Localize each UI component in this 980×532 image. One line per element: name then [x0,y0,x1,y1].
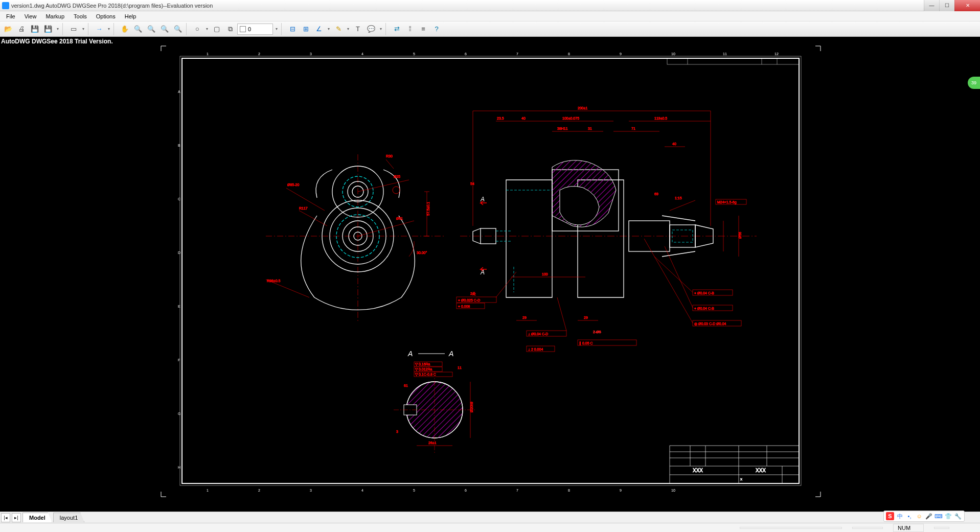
tab-nav-prev[interactable]: ▸| [12,513,21,522]
title-block: XXX XXX X [670,446,799,483]
menu-markup[interactable]: Markup [41,12,69,20]
dim-linear-icon[interactable]: ⊟ [286,23,299,35]
ime-tools-icon[interactable]: 🔧 [954,512,962,520]
save-icon[interactable]: 💾 [29,23,41,35]
comment-dropdown[interactable]: ▾ [378,27,383,31]
svg-line-110 [670,200,695,211]
svg-text:8: 8 [568,52,570,56]
svg-text:71: 71 [631,127,635,130]
layers-icon[interactable]: ≡ [417,23,429,35]
ime-keyboard-icon[interactable]: ⌨ [935,512,943,520]
svg-text:26±1: 26±1 [428,441,437,445]
app-icon [2,2,9,9]
ime-emoji-icon[interactable]: ☺ [915,512,923,520]
tab-nav-first[interactable]: |◂ [1,513,10,522]
svg-text:⌖ Ø0.04 C-B: ⌖ Ø0.04 C-B [694,307,714,310]
window-dropdown[interactable]: ▾ [81,27,86,31]
layer-dropdown[interactable]: ▾ [274,27,279,31]
tab-model[interactable]: Model [22,513,52,522]
close-button[interactable]: ✕ [954,0,980,11]
svg-text:G: G [178,412,180,415]
svg-text:5: 5 [413,489,415,492]
menu-view[interactable]: View [20,12,41,20]
arrow-dropdown[interactable]: ▾ [106,27,111,31]
rect-icon[interactable]: ▢ [211,23,223,35]
saveas-icon[interactable]: 💾 [42,23,54,35]
circle-dropdown[interactable]: ▾ [204,27,210,31]
svg-line-72 [662,251,695,257]
zoom-extents-icon[interactable]: 🔍 [158,23,171,35]
maximize-button[interactable]: ☐ [939,0,954,11]
print-icon[interactable]: 🖨 [15,23,28,35]
svg-text:◎ Ø0.03 C-D Ø0.04: ◎ Ø0.03 C-D Ø0.04 [694,322,726,326]
open-icon[interactable]: 📂 [2,23,14,35]
svg-text:▽ 0.16Ra: ▽ 0.16Ra [415,362,430,366]
tab-layout1[interactable]: layout1 [53,513,84,522]
svg-text:61: 61 [404,384,408,387]
svg-text:200±1: 200±1 [578,106,588,110]
svg-text:X: X [740,478,742,481]
menu-file[interactable]: File [2,12,19,20]
menu-options[interactable]: Options [92,12,120,20]
status-panel-2 [852,527,883,529]
drawing-canvas[interactable]: AutoDWG DWGSee 2018 Trial Version. 1 2 3… [0,37,980,512]
svg-text:40: 40 [672,142,676,146]
svg-text:6: 6 [465,489,467,492]
svg-text:R117: R117 [299,206,308,210]
svg-text:100±0.075: 100±0.075 [562,117,579,120]
zoom-window-icon[interactable]: 🔍 [172,23,184,35]
copy-icon[interactable]: ⧉ [224,23,236,35]
leader-dropdown[interactable]: ▾ [346,27,351,31]
svg-text:▽ 0.1C-0.8 C: ▽ 0.1C-0.8 C [415,373,436,376]
ime-toolbar[interactable]: S 中 •, ☺ 🎤 ⌨ 👕 🔧 [883,511,965,522]
ime-voice-icon[interactable]: 🎤 [925,512,933,520]
ime-skin-icon[interactable]: 👕 [944,512,952,520]
svg-point-48 [393,187,400,194]
menu-tools[interactable]: Tools [70,12,91,20]
text-icon[interactable]: T [352,23,364,35]
svg-text:10: 10 [671,489,675,492]
compare-icon[interactable]: ⇄ [391,23,403,35]
zoom-icon[interactable]: 🔍 [132,23,144,35]
layer-select[interactable]: 0 [237,24,273,35]
svg-text:11: 11 [458,366,462,369]
arrow-icon[interactable]: → [93,23,105,35]
dim-angle-icon[interactable]: ∠ [313,23,325,35]
svg-text:6: 6 [465,52,467,56]
svg-text:29: 29 [584,316,588,319]
svg-text:10: 10 [671,52,675,56]
menubar: File View Markup Tools Options Help [0,11,980,21]
grid-icon[interactable]: ⦙⦙ [404,23,416,35]
comment-icon[interactable]: 💬 [365,23,377,35]
svg-text:A: A [407,350,413,358]
svg-text:▽ 0.012Ra: ▽ 0.012Ra [415,367,432,371]
svg-text:9: 9 [620,52,622,56]
leader-icon[interactable]: ✎ [332,23,345,35]
svg-text:1: 1 [207,52,209,56]
circle-icon[interactable]: ○ [191,23,203,35]
ruler-left: A B C D E F G H [178,90,180,469]
minimize-button[interactable]: — [924,0,939,11]
svg-rect-160 [670,446,799,483]
svg-text:Ø61: Ø61 [396,217,403,220]
window-title: version1.dwg AutoDWG DWGSee Pro 2018(d:\… [11,3,213,9]
menu-help[interactable]: Help [121,12,141,20]
help-icon[interactable]: ? [430,23,443,35]
dim-aligned-icon[interactable]: ⊞ [300,23,312,35]
window-icon[interactable]: ▭ [67,23,80,35]
svg-text:A: A [480,196,485,203]
svg-text:XXX: XXX [693,468,703,473]
svg-text:F: F [178,358,180,362]
zoom-out-icon[interactable]: 🔍 [145,23,157,35]
svg-text:H: H [178,466,180,469]
pan-icon[interactable]: ✋ [119,23,131,35]
svg-text:Ø20h9: Ø20h9 [470,402,473,412]
svg-text:E: E [178,305,180,308]
ime-punct-icon[interactable]: •, [905,512,914,520]
svg-text:3: 3 [310,52,312,56]
sogou-logo-icon[interactable]: S [886,512,894,520]
notification-badge[interactable]: 39 [968,77,980,89]
saveas-dropdown[interactable]: ▾ [55,27,60,31]
ime-cn-icon[interactable]: 中 [896,512,904,520]
dim-dropdown[interactable]: ▾ [326,27,331,31]
